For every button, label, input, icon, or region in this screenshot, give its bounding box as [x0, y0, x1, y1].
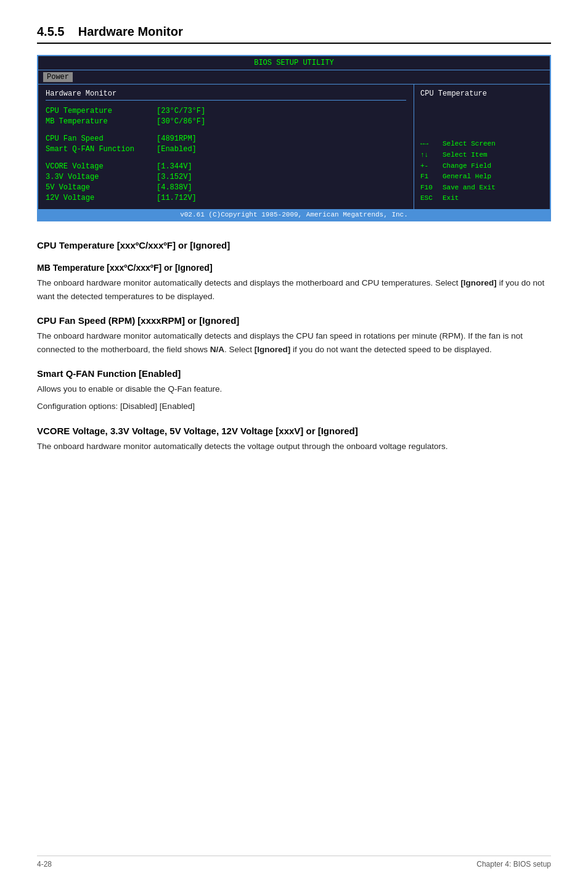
bios-footer: v02.61 (C)Copyright 1985-2009, American …	[38, 209, 550, 220]
bios-help-row-5: ESC Exit	[420, 193, 544, 204]
bios-left-panel: Hardware Monitor CPU Temperature [23°C/7…	[38, 85, 414, 209]
bios-help-row-1: ↑↓ Select Item	[420, 150, 544, 161]
bios-row-qfan: Smart Q-FAN Function [Enabled]	[46, 145, 406, 154]
bios-help-row-2: +- Change Field	[420, 161, 544, 172]
bios-help-row-3: F1 General Help	[420, 171, 544, 183]
section-heading: 4.5.5 Hardware Monitor	[37, 25, 551, 44]
bios-right-title: CPU Temperature	[420, 89, 544, 98]
content-section-1: MB Temperature [xxxºC/xxxºF] or [Ignored…	[37, 263, 551, 303]
bios-row-3v3: 3.3V Voltage [3.152V]	[46, 173, 406, 181]
content-para-1-0: The onboard hardware monitor automatical…	[37, 276, 551, 303]
content-heading-0: CPU Temperature [xxxºC/xxxºF] or [Ignore…	[37, 240, 551, 250]
content-sections: CPU Temperature [xxxºC/xxxºF] or [Ignore…	[37, 240, 551, 453]
content-para-4-0: The onboard hardware monitor automatical…	[37, 440, 551, 453]
bios-main: Hardware Monitor CPU Temperature [23°C/7…	[38, 85, 550, 209]
bios-tab-power: Power	[43, 72, 73, 82]
bios-help-row-0: ↔→ Select Screen	[420, 139, 544, 150]
content-section-4: VCORE Voltage, 3.3V Voltage, 5V Voltage,…	[37, 426, 551, 453]
bios-right-panel: CPU Temperature ↔→ Select Screen ↑↓ Sele…	[414, 85, 550, 209]
bios-row-vcore: VCORE Voltage [1.344V]	[46, 162, 406, 171]
bios-row-cpu-temp: CPU Temperature [23°C/73°F]	[46, 107, 406, 115]
content-section-2: CPU Fan Speed (RPM) [xxxxRPM] or [Ignore…	[37, 315, 551, 356]
content-section-0: CPU Temperature [xxxºC/xxxºF] or [Ignore…	[37, 240, 551, 250]
bios-row-12v: 12V Voltage [11.712V]	[46, 194, 406, 202]
bios-help-section: ↔→ Select Screen ↑↓ Select Item +- Chang…	[420, 139, 544, 204]
bios-row-fan-speed: CPU Fan Speed [4891RPM]	[46, 134, 406, 143]
content-heading-4: VCORE Voltage, 3.3V Voltage, 5V Voltage,…	[37, 426, 551, 436]
content-para-3-1: Configuration options: [Disabled] [Enabl…	[37, 400, 551, 413]
bios-box: BIOS SETUP UTILITY Power Hardware Monito…	[37, 55, 551, 221]
content-heading-3: Smart Q-FAN Function [Enabled]	[37, 368, 551, 379]
bios-title: BIOS SETUP UTILITY	[38, 56, 550, 70]
content-heading-1: MB Temperature [xxxºC/xxxºF] or [Ignored…	[37, 263, 551, 273]
content-para-2-0: The onboard hardware monitor automatical…	[37, 329, 551, 356]
bios-section-title: Hardware Monitor	[46, 89, 406, 101]
page-number: 4-28	[37, 860, 52, 868]
content-para-3-0: Allows you to enable or disable the Q-Fa…	[37, 382, 551, 396]
content-heading-2: CPU Fan Speed (RPM) [xxxxRPM] or [Ignore…	[37, 315, 551, 326]
page-footer: 4-28 Chapter 4: BIOS setup	[37, 856, 551, 868]
bios-row-mb-temp: MB Temperature [30°C/86°F]	[46, 117, 406, 126]
bios-row-5v: 5V Voltage [4.838V]	[46, 183, 406, 192]
bios-help-row-4: F10 Save and Exit	[420, 183, 544, 194]
chapter-label: Chapter 4: BIOS setup	[476, 860, 551, 868]
content-section-3: Smart Q-FAN Function [Enabled]Allows you…	[37, 368, 551, 413]
bios-tab-bar: Power	[38, 70, 550, 85]
